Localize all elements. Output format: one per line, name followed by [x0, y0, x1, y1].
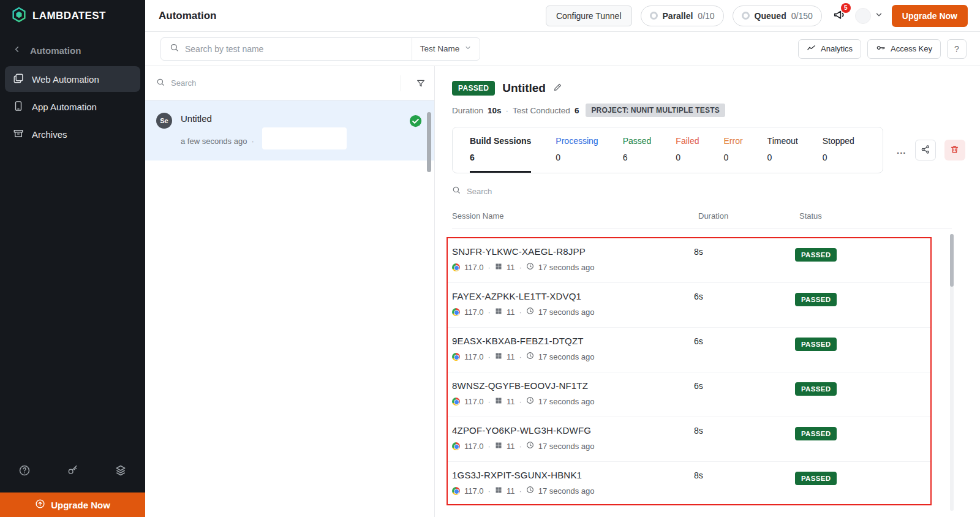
session-duration: 8s — [694, 425, 795, 436]
stat-value: 6 — [623, 153, 652, 162]
delete-button[interactable] — [944, 140, 965, 160]
session-name[interactable]: 8WNSZ-QGYFB-EOOVJ-NF1TZ — [452, 380, 694, 391]
tab-processing[interactable]: Processing 0 — [556, 127, 598, 173]
build-list-scrollbar[interactable] — [427, 112, 431, 172]
search-icon — [156, 78, 165, 89]
session-status-cell: PASSED — [795, 380, 930, 396]
sidebar-tools — [0, 464, 145, 479]
test-name-dropdown-label: Test Name — [420, 44, 460, 53]
session-row[interactable]: 4ZPOF-YO6KP-WLG3H-KDWFG 117.0 11 17 seco… — [448, 417, 930, 462]
edit-pencil-icon[interactable] — [553, 83, 562, 94]
os-version: 11 — [507, 442, 515, 451]
session-name[interactable]: 4ZPOF-YO6KP-WLG3H-KDWFG — [452, 425, 694, 436]
tab-timeout[interactable]: Timeout 0 — [767, 127, 798, 173]
session-row[interactable]: 1GS3J-RXPIT-SGUNX-HBNK1 117.0 11 17 seco… — [448, 462, 930, 505]
session-meta: 117.0 11 17 seconds ago — [452, 352, 694, 361]
help-button[interactable]: ? — [947, 39, 967, 59]
session-search-input[interactable] — [467, 187, 650, 196]
chevron-down-icon — [464, 44, 472, 53]
help-circle-icon[interactable] — [18, 464, 31, 479]
chevron-left-icon — [12, 45, 21, 56]
build-list-item[interactable]: Se Untitled a few seconds ago — [145, 100, 434, 160]
sidebar-item-app-automation[interactable]: App Automation — [5, 94, 140, 119]
tab-passed[interactable]: Passed 6 — [623, 127, 652, 173]
session-name[interactable]: FAYEX-AZPKK-LE1TT-XDVQ1 — [452, 291, 694, 301]
app-automation-icon — [13, 100, 24, 113]
annotation-highlight-box: SNJFR-YLKWC-XAEGL-R8JPP 117.0 11 17 seco… — [447, 237, 932, 505]
session-search[interactable] — [452, 186, 952, 197]
session-name[interactable]: 9EASX-KBXAB-FEBZ1-DTQZT — [452, 336, 694, 346]
announcements-button[interactable]: 5 — [833, 8, 846, 24]
stat-label: Passed — [623, 136, 652, 146]
topbar-actions: Configure Tunnel Parallel 0/10 Queued 0/… — [546, 5, 968, 27]
chrome-icon — [452, 308, 460, 316]
test-search[interactable] — [161, 43, 412, 55]
session-duration: 6s — [694, 291, 795, 301]
detail-stats-row: Build Sessions 6 Processing 0 Passed 6 — [452, 127, 952, 173]
test-name-dropdown[interactable]: Test Name — [412, 44, 480, 53]
sidebar-upgrade-button[interactable]: Upgrade Now — [0, 492, 145, 517]
main-column: Automation Configure Tunnel Parallel 0/1… — [145, 0, 980, 517]
dot-separator — [519, 486, 521, 496]
dot-separator — [488, 442, 491, 451]
dot-separator — [251, 137, 254, 146]
session-name[interactable]: 1GS3J-RXPIT-SGUNX-HBNK1 — [452, 470, 694, 480]
session-status-cell: PASSED — [795, 470, 930, 485]
session-meta: 117.0 11 17 seconds ago — [452, 486, 694, 496]
more-options-button[interactable]: ... — [897, 145, 907, 156]
analytics-icon — [807, 43, 816, 55]
build-time: a few seconds ago — [181, 137, 247, 146]
brand-logo[interactable]: LAMBDATEST — [0, 0, 145, 32]
session-meta: 117.0 11 17 seconds ago — [452, 441, 694, 451]
dot-separator — [519, 442, 521, 451]
test-search-input[interactable] — [185, 44, 403, 54]
stat-label: Error — [723, 136, 742, 146]
session-row[interactable]: 9EASX-KBXAB-FEBZ1-DTQZT 117.0 11 17 seco… — [448, 328, 930, 372]
windows-icon — [495, 352, 502, 361]
session-meta: 117.0 11 17 seconds ago — [452, 396, 694, 406]
duration-label: Duration — [452, 106, 483, 115]
windows-icon — [495, 442, 502, 451]
tab-stopped[interactable]: Stopped 0 — [823, 127, 854, 173]
session-row[interactable]: SNJFR-YLKWC-XAEGL-R8JPP 117.0 11 17 seco… — [448, 238, 930, 283]
sessions-scrollbar-thumb[interactable] — [950, 234, 954, 287]
column-duration: Duration — [698, 211, 799, 221]
windows-icon — [495, 308, 502, 317]
sidebar-item-label: Archives — [32, 129, 67, 140]
access-key-button[interactable]: Access Key — [867, 39, 941, 59]
session-row[interactable]: 8WNSZ-QGYFB-EOOVJ-NF1TZ 117.0 11 17 seco… — [448, 372, 930, 417]
tab-failed[interactable]: Failed 0 — [676, 127, 699, 173]
web-automation-icon — [13, 73, 24, 86]
clock-icon — [526, 307, 534, 317]
session-row[interactable]: FAYEX-AZPKK-LE1TT-XDVQ1 117.0 11 17 seco… — [448, 283, 930, 328]
passed-check-icon — [409, 115, 422, 160]
session-name[interactable]: SNJFR-YLKWC-XAEGL-R8JPP — [452, 246, 694, 257]
queued-pill[interactable]: Queued 0/150 — [733, 6, 822, 26]
analytics-button[interactable]: Analytics — [798, 39, 861, 59]
test-search-group: Test Name — [160, 37, 480, 61]
upgrade-now-button[interactable]: Upgrade Now — [892, 5, 968, 27]
tab-error[interactable]: Error 0 — [723, 127, 742, 173]
notification-badge: 5 — [841, 3, 851, 13]
configure-tunnel-button[interactable]: Configure Tunnel — [546, 6, 632, 26]
stat-value: 0 — [723, 153, 742, 162]
search-icon — [452, 186, 461, 197]
filter-funnel-icon[interactable] — [407, 78, 434, 88]
sidebar-item-web-automation[interactable]: Web Automation — [5, 66, 140, 92]
session-cell: SNJFR-YLKWC-XAEGL-R8JPP 117.0 11 17 seco… — [452, 246, 694, 272]
parallel-pill[interactable]: Parallel 0/10 — [641, 6, 724, 26]
sidebar-nav: Web Automation App Automation Archives — [0, 64, 145, 149]
sidebar-back[interactable]: Automation — [0, 37, 145, 64]
tab-build-sessions[interactable]: Build Sessions 6 — [470, 127, 531, 173]
key-icon[interactable] — [67, 464, 79, 479]
sidebar-item-archives[interactable]: Archives — [5, 121, 140, 147]
stat-value: 0 — [676, 153, 699, 162]
build-search-input[interactable] — [171, 78, 394, 88]
profile-menu[interactable] — [855, 8, 883, 24]
queued-label: Queued — [755, 11, 786, 21]
share-button[interactable] — [915, 140, 936, 160]
layers-icon[interactable] — [115, 464, 127, 479]
stat-label: Timeout — [767, 136, 798, 146]
sessions-scrollbar-track[interactable] — [950, 234, 954, 511]
white-placeholder-box — [262, 127, 347, 149]
